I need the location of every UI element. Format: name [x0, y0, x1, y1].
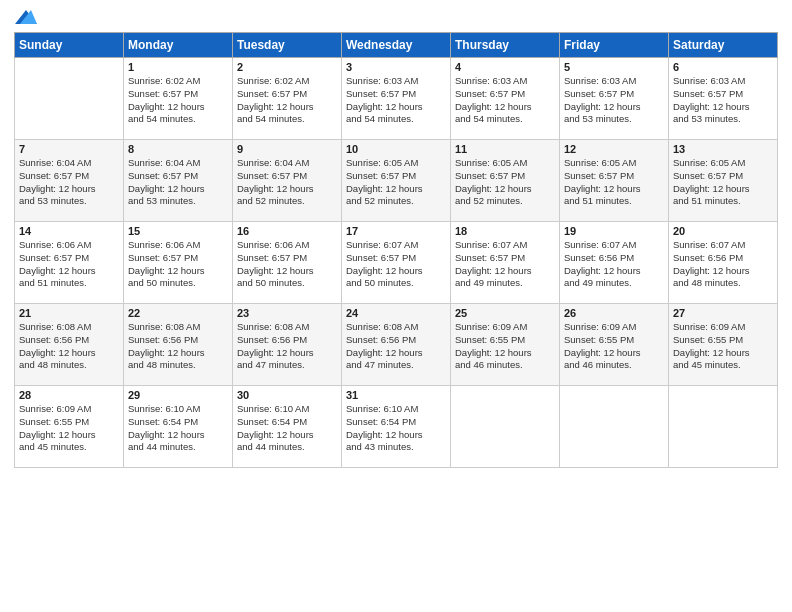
day-number: 9 [237, 143, 337, 155]
day-detail: Sunrise: 6:08 AM Sunset: 6:56 PM Dayligh… [19, 321, 119, 372]
calendar-day-cell: 21Sunrise: 6:08 AM Sunset: 6:56 PM Dayli… [15, 304, 124, 386]
day-number: 5 [564, 61, 664, 73]
calendar-day-cell: 10Sunrise: 6:05 AM Sunset: 6:57 PM Dayli… [342, 140, 451, 222]
calendar-day-cell: 5Sunrise: 6:03 AM Sunset: 6:57 PM Daylig… [560, 58, 669, 140]
calendar-week-row: 21Sunrise: 6:08 AM Sunset: 6:56 PM Dayli… [15, 304, 778, 386]
calendar-day-cell: 25Sunrise: 6:09 AM Sunset: 6:55 PM Dayli… [451, 304, 560, 386]
day-number: 28 [19, 389, 119, 401]
calendar-day-cell: 2Sunrise: 6:02 AM Sunset: 6:57 PM Daylig… [233, 58, 342, 140]
calendar-day-cell: 29Sunrise: 6:10 AM Sunset: 6:54 PM Dayli… [124, 386, 233, 468]
calendar-day-cell: 9Sunrise: 6:04 AM Sunset: 6:57 PM Daylig… [233, 140, 342, 222]
logo [14, 10, 37, 24]
day-detail: Sunrise: 6:04 AM Sunset: 6:57 PM Dayligh… [128, 157, 228, 208]
calendar-day-cell: 28Sunrise: 6:09 AM Sunset: 6:55 PM Dayli… [15, 386, 124, 468]
day-number: 21 [19, 307, 119, 319]
day-detail: Sunrise: 6:10 AM Sunset: 6:54 PM Dayligh… [346, 403, 446, 454]
calendar-day-cell: 22Sunrise: 6:08 AM Sunset: 6:56 PM Dayli… [124, 304, 233, 386]
day-detail: Sunrise: 6:03 AM Sunset: 6:57 PM Dayligh… [455, 75, 555, 126]
day-number: 4 [455, 61, 555, 73]
day-of-week-header: Saturday [669, 33, 778, 58]
calendar-day-cell: 11Sunrise: 6:05 AM Sunset: 6:57 PM Dayli… [451, 140, 560, 222]
day-detail: Sunrise: 6:05 AM Sunset: 6:57 PM Dayligh… [564, 157, 664, 208]
day-detail: Sunrise: 6:06 AM Sunset: 6:57 PM Dayligh… [237, 239, 337, 290]
day-detail: Sunrise: 6:02 AM Sunset: 6:57 PM Dayligh… [237, 75, 337, 126]
day-number: 12 [564, 143, 664, 155]
calendar-day-cell: 16Sunrise: 6:06 AM Sunset: 6:57 PM Dayli… [233, 222, 342, 304]
day-detail: Sunrise: 6:08 AM Sunset: 6:56 PM Dayligh… [128, 321, 228, 372]
day-number: 13 [673, 143, 773, 155]
day-number: 19 [564, 225, 664, 237]
calendar-week-row: 7Sunrise: 6:04 AM Sunset: 6:57 PM Daylig… [15, 140, 778, 222]
calendar-day-cell: 20Sunrise: 6:07 AM Sunset: 6:56 PM Dayli… [669, 222, 778, 304]
calendar-day-cell [451, 386, 560, 468]
day-detail: Sunrise: 6:03 AM Sunset: 6:57 PM Dayligh… [673, 75, 773, 126]
day-detail: Sunrise: 6:08 AM Sunset: 6:56 PM Dayligh… [346, 321, 446, 372]
day-number: 7 [19, 143, 119, 155]
day-detail: Sunrise: 6:07 AM Sunset: 6:57 PM Dayligh… [346, 239, 446, 290]
calendar-body: 1Sunrise: 6:02 AM Sunset: 6:57 PM Daylig… [15, 58, 778, 468]
day-number: 20 [673, 225, 773, 237]
day-number: 26 [564, 307, 664, 319]
day-number: 1 [128, 61, 228, 73]
day-number: 29 [128, 389, 228, 401]
day-number: 2 [237, 61, 337, 73]
calendar-day-cell: 14Sunrise: 6:06 AM Sunset: 6:57 PM Dayli… [15, 222, 124, 304]
day-of-week-header: Thursday [451, 33, 560, 58]
calendar-day-cell: 19Sunrise: 6:07 AM Sunset: 6:56 PM Dayli… [560, 222, 669, 304]
page-container: SundayMondayTuesdayWednesdayThursdayFrid… [0, 0, 792, 478]
day-number: 3 [346, 61, 446, 73]
calendar-day-cell: 8Sunrise: 6:04 AM Sunset: 6:57 PM Daylig… [124, 140, 233, 222]
day-detail: Sunrise: 6:10 AM Sunset: 6:54 PM Dayligh… [128, 403, 228, 454]
calendar-day-cell: 31Sunrise: 6:10 AM Sunset: 6:54 PM Dayli… [342, 386, 451, 468]
day-number: 30 [237, 389, 337, 401]
calendar-day-cell: 1Sunrise: 6:02 AM Sunset: 6:57 PM Daylig… [124, 58, 233, 140]
day-number: 11 [455, 143, 555, 155]
day-detail: Sunrise: 6:06 AM Sunset: 6:57 PM Dayligh… [128, 239, 228, 290]
day-number: 17 [346, 225, 446, 237]
day-detail: Sunrise: 6:03 AM Sunset: 6:57 PM Dayligh… [346, 75, 446, 126]
day-detail: Sunrise: 6:07 AM Sunset: 6:57 PM Dayligh… [455, 239, 555, 290]
calendar-day-cell [669, 386, 778, 468]
day-detail: Sunrise: 6:09 AM Sunset: 6:55 PM Dayligh… [19, 403, 119, 454]
calendar-day-cell [15, 58, 124, 140]
calendar-day-cell: 15Sunrise: 6:06 AM Sunset: 6:57 PM Dayli… [124, 222, 233, 304]
day-number: 6 [673, 61, 773, 73]
calendar-day-cell [560, 386, 669, 468]
logo-icon [15, 10, 37, 24]
day-detail: Sunrise: 6:07 AM Sunset: 6:56 PM Dayligh… [564, 239, 664, 290]
calendar-week-row: 1Sunrise: 6:02 AM Sunset: 6:57 PM Daylig… [15, 58, 778, 140]
day-of-week-header: Friday [560, 33, 669, 58]
calendar-day-cell: 12Sunrise: 6:05 AM Sunset: 6:57 PM Dayli… [560, 140, 669, 222]
calendar-day-cell: 17Sunrise: 6:07 AM Sunset: 6:57 PM Dayli… [342, 222, 451, 304]
day-detail: Sunrise: 6:08 AM Sunset: 6:56 PM Dayligh… [237, 321, 337, 372]
day-detail: Sunrise: 6:07 AM Sunset: 6:56 PM Dayligh… [673, 239, 773, 290]
day-number: 22 [128, 307, 228, 319]
calendar-day-cell: 27Sunrise: 6:09 AM Sunset: 6:55 PM Dayli… [669, 304, 778, 386]
calendar-day-cell: 6Sunrise: 6:03 AM Sunset: 6:57 PM Daylig… [669, 58, 778, 140]
day-detail: Sunrise: 6:09 AM Sunset: 6:55 PM Dayligh… [564, 321, 664, 372]
calendar-day-cell: 13Sunrise: 6:05 AM Sunset: 6:57 PM Dayli… [669, 140, 778, 222]
day-detail: Sunrise: 6:05 AM Sunset: 6:57 PM Dayligh… [455, 157, 555, 208]
calendar-week-row: 14Sunrise: 6:06 AM Sunset: 6:57 PM Dayli… [15, 222, 778, 304]
calendar-day-cell: 23Sunrise: 6:08 AM Sunset: 6:56 PM Dayli… [233, 304, 342, 386]
day-number: 8 [128, 143, 228, 155]
day-number: 23 [237, 307, 337, 319]
day-number: 18 [455, 225, 555, 237]
calendar-table: SundayMondayTuesdayWednesdayThursdayFrid… [14, 32, 778, 468]
calendar-header-row: SundayMondayTuesdayWednesdayThursdayFrid… [15, 33, 778, 58]
day-of-week-header: Sunday [15, 33, 124, 58]
calendar-day-cell: 24Sunrise: 6:08 AM Sunset: 6:56 PM Dayli… [342, 304, 451, 386]
day-detail: Sunrise: 6:09 AM Sunset: 6:55 PM Dayligh… [455, 321, 555, 372]
day-detail: Sunrise: 6:05 AM Sunset: 6:57 PM Dayligh… [346, 157, 446, 208]
day-detail: Sunrise: 6:06 AM Sunset: 6:57 PM Dayligh… [19, 239, 119, 290]
day-of-week-header: Monday [124, 33, 233, 58]
day-number: 24 [346, 307, 446, 319]
day-number: 10 [346, 143, 446, 155]
day-detail: Sunrise: 6:04 AM Sunset: 6:57 PM Dayligh… [19, 157, 119, 208]
day-of-week-header: Tuesday [233, 33, 342, 58]
day-detail: Sunrise: 6:10 AM Sunset: 6:54 PM Dayligh… [237, 403, 337, 454]
day-detail: Sunrise: 6:02 AM Sunset: 6:57 PM Dayligh… [128, 75, 228, 126]
day-detail: Sunrise: 6:09 AM Sunset: 6:55 PM Dayligh… [673, 321, 773, 372]
day-detail: Sunrise: 6:05 AM Sunset: 6:57 PM Dayligh… [673, 157, 773, 208]
day-detail: Sunrise: 6:04 AM Sunset: 6:57 PM Dayligh… [237, 157, 337, 208]
